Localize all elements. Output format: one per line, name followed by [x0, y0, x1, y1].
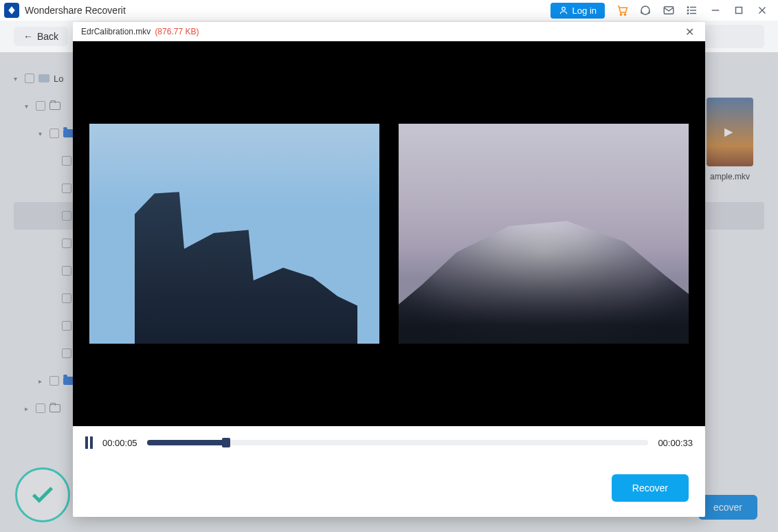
app-title: Wondershare Recoverit [25, 5, 126, 16]
seek-track[interactable] [147, 440, 649, 445]
time-total: 00:00:33 [658, 438, 693, 448]
seek-knob[interactable] [222, 438, 230, 447]
recover-button[interactable]: Recover [612, 474, 689, 502]
minimize-icon[interactable] [704, 0, 727, 21]
modal-close-icon[interactable]: ✕ [682, 24, 697, 39]
video-frame-right [399, 124, 689, 344]
login-label: Log in [573, 5, 597, 16]
svg-point-0 [562, 7, 565, 10]
cart-icon[interactable] [610, 0, 634, 21]
back-button[interactable]: ← Back [14, 27, 68, 46]
video-stage[interactable] [73, 41, 705, 426]
video-frame-left [89, 124, 379, 344]
modal-filesize: (876.77 KB) [155, 27, 199, 36]
seek-fill [147, 440, 227, 445]
back-label: Back [37, 31, 58, 42]
support-icon[interactable] [634, 0, 657, 21]
svg-point-8 [687, 7, 689, 8]
login-button[interactable]: Log in [551, 3, 605, 19]
back-arrow-icon: ← [23, 31, 33, 42]
title-bar: Wondershare Recoverit Log in [0, 0, 778, 21]
close-icon[interactable] [751, 0, 774, 21]
playback-controls: 00:00:05 00:00:33 [73, 426, 705, 459]
pause-button[interactable] [85, 436, 93, 449]
svg-point-1 [620, 14, 621, 15]
time-current: 00:00:05 [102, 438, 137, 448]
svg-rect-12 [736, 8, 742, 14]
modal-header: EdrCalibration.mkv (876.77 KB) ✕ [73, 22, 705, 41]
maximize-icon[interactable] [727, 0, 751, 21]
app-logo [4, 3, 19, 18]
svg-point-2 [624, 14, 625, 15]
svg-point-9 [687, 10, 689, 11]
mail-icon[interactable] [657, 0, 680, 21]
svg-point-10 [687, 13, 689, 14]
modal-footer: Recover [73, 459, 705, 517]
list-icon[interactable] [680, 0, 704, 21]
preview-modal: EdrCalibration.mkv (876.77 KB) ✕ 00:00:0… [73, 22, 705, 517]
modal-filename: EdrCalibration.mkv [81, 27, 151, 36]
